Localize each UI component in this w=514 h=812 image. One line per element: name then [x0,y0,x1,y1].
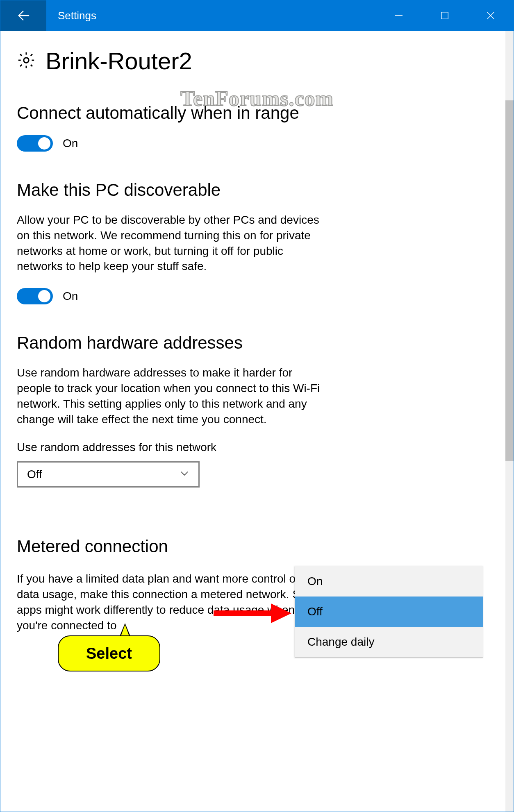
close-button[interactable] [468,0,514,31]
random-hw-heading: Random hardware addresses [17,333,491,353]
section-random-hw: Random hardware addresses Use random har… [17,333,491,488]
menu-option-change-daily[interactable]: Change daily [295,627,483,657]
random-hw-dropdown-menu: On Off Change daily [295,566,483,658]
maximize-button[interactable] [422,0,468,31]
connect-auto-toggle-label: On [63,137,78,150]
discoverable-heading: Make this PC discoverable [17,180,491,200]
window-title: Settings [46,0,376,31]
window-controls [376,0,514,31]
minimize-button[interactable] [376,0,422,31]
gear-icon [17,51,36,71]
metered-heading: Metered connection [17,537,491,556]
svg-point-1 [24,57,29,62]
random-hw-desc: Use random hardware addresses to make it… [17,365,328,427]
menu-option-off[interactable]: Off [295,597,483,627]
connect-auto-toggle[interactable] [17,135,53,152]
settings-window: Settings Brink-Router2 Connect [0,0,514,812]
random-hw-dropdown-value: Off [27,468,42,481]
scrollbar[interactable] [505,31,514,812]
titlebar: Settings [0,0,514,31]
discoverable-toggle[interactable] [17,288,53,304]
discoverable-toggle-label: On [63,290,78,303]
random-hw-dropdown[interactable]: Off [17,461,200,488]
random-hw-label: Use random addresses for this network [17,441,491,454]
metered-desc: If you have a limited data plan and want… [17,571,328,633]
scrollbar-thumb[interactable] [505,100,514,461]
menu-option-on[interactable]: On [295,566,483,597]
back-button[interactable] [0,0,46,31]
svg-rect-0 [441,12,448,19]
discoverable-desc: Allow your PC to be discoverable by othe… [17,212,328,274]
section-connect-auto: Connect automatically when in range On [17,103,491,152]
section-discoverable: Make this PC discoverable Allow your PC … [17,180,491,304]
chevron-down-icon [179,467,190,482]
content-area: Brink-Router2 Connect automatically when… [0,31,505,812]
connect-auto-heading: Connect automatically when in range [17,103,491,123]
page-header: Brink-Router2 [17,47,491,75]
page-title: Brink-Router2 [45,47,192,75]
